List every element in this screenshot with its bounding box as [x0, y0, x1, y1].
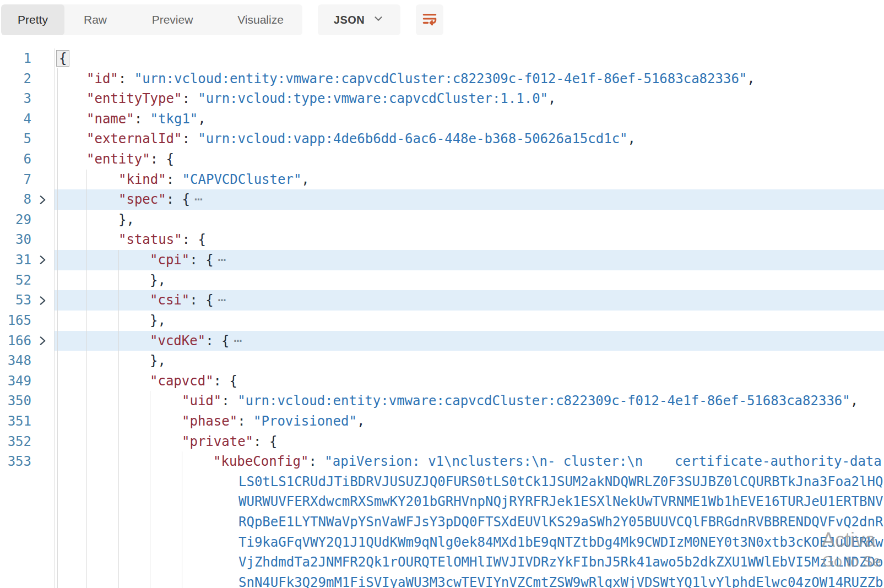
- token-str: LS0tLS1CRUdJTiBDRVJUSUZJQ0FURS0tLS0tCk1J…: [238, 474, 883, 489]
- code-line: RQpBeE1LYTNWaVpYSnVaWFJsY3pDQ0FTSXdEUVlK…: [0, 512, 884, 532]
- wrap-text-button[interactable]: [416, 4, 443, 35]
- token-punc: :: [221, 393, 237, 409]
- fold-spacer: [31, 48, 54, 69]
- code-line-content: "cpi": {⋯: [54, 250, 884, 270]
- token-key: "phase": [182, 413, 237, 429]
- token-punc: ,: [357, 413, 365, 429]
- tab-visualize[interactable]: Visualize: [219, 4, 302, 35]
- token-punc: :: [134, 111, 150, 127]
- token-punc: ,: [198, 111, 205, 127]
- code-line-content: },: [54, 311, 884, 331]
- line-number: 349: [0, 371, 31, 391]
- fold-spacer: [31, 129, 54, 149]
- token-punc: : {: [205, 333, 229, 349]
- fold-chevron-icon[interactable]: [31, 250, 54, 270]
- code-line: 5"externalId": "urn:vcloud:vapp:4de6b6dd…: [0, 129, 884, 149]
- fold-spacer: [31, 170, 54, 190]
- code-line-content: RQpBeE1LYTNWaVpYSnVaWFJsY3pDQ0FTSXdEUVlK…: [54, 512, 884, 532]
- fold-chevron-icon[interactable]: [31, 290, 54, 311]
- fold-spacer: [31, 432, 54, 452]
- code-editor: 1{2"id": "urn:vcloud:entity:vmware:capvc…: [0, 48, 884, 588]
- fold-spacer: [31, 270, 54, 291]
- code-line: WURWUVFERXdwcmRXSmwKY201bGRHVnpNQjRYRFRJ…: [0, 492, 884, 512]
- response-view-tabs: Pretty Raw Preview Visualize: [1, 4, 302, 35]
- fold-chevron-icon[interactable]: [31, 331, 54, 351]
- token-punc: ,: [301, 172, 309, 187]
- token-punc: },: [150, 313, 166, 328]
- tab-raw[interactable]: Raw: [64, 4, 126, 35]
- token-key: "name": [86, 111, 134, 127]
- token-key: "private": [182, 434, 253, 449]
- fold-spacer: [31, 573, 54, 588]
- fold-spacer: [31, 451, 54, 472]
- token-key: "entityType": [86, 91, 182, 106]
- fold-spacer: [31, 552, 54, 573]
- token-punc: :: [118, 71, 134, 86]
- line-number: 352: [0, 432, 31, 452]
- code-line-content: "status": {: [54, 230, 884, 250]
- code-line-content: WURWUVFERXdwcmRXSmwKY201bGRHVnpNQjRYRFRJ…: [54, 492, 884, 512]
- code-line-content: "entityType": "urn:vcloud:type:vmware:ca…: [54, 89, 884, 109]
- code-line-content: "phase": "Provisioned",: [54, 411, 884, 432]
- code-line: 353"kubeConfig": "apiVersion: v1\ncluste…: [0, 451, 884, 472]
- line-number: 2: [0, 69, 31, 89]
- line-number: 348: [0, 351, 31, 371]
- fold-spacer: [31, 532, 54, 553]
- fold-spacer: [31, 391, 54, 411]
- code-line-content: "csi": {⋯: [54, 290, 884, 311]
- token-punc: : {: [214, 373, 237, 389]
- code-line: 53"csi": {⋯: [0, 290, 884, 311]
- fold-spacer: [31, 371, 54, 391]
- line-number: 350: [0, 391, 31, 411]
- fold-spacer: [31, 512, 54, 532]
- tab-preview-label: Preview: [152, 13, 193, 26]
- token-str: "apiVersion: v1\nclusters:\n- cluster:\n…: [324, 454, 884, 469]
- token-key: "kind": [118, 172, 166, 187]
- tab-visualize-label: Visualize: [237, 13, 284, 26]
- code-line-content: "spec": {⋯: [54, 189, 884, 210]
- tab-preview[interactable]: Preview: [126, 4, 219, 35]
- line-number: 31: [0, 250, 31, 270]
- fold-spacer: [31, 109, 54, 129]
- token-key: "cpi": [150, 252, 189, 268]
- tab-pretty[interactable]: Pretty: [1, 4, 64, 35]
- code-line: 30"status": {: [0, 230, 884, 250]
- code-line-content: },: [54, 270, 884, 291]
- code-line-content: },: [54, 351, 884, 371]
- code-line: 31"cpi": {⋯: [0, 250, 884, 270]
- token-b0: {: [56, 50, 69, 67]
- token-key: "id": [86, 71, 118, 86]
- token-punc: ,: [548, 91, 556, 106]
- token-ell: ⋯: [214, 292, 226, 308]
- language-select[interactable]: JSON: [318, 4, 400, 35]
- token-punc: },: [150, 273, 166, 288]
- token-punc: : {: [166, 192, 190, 207]
- code-line: 165},: [0, 311, 884, 331]
- tab-raw-label: Raw: [84, 13, 107, 26]
- fold-spacer: [31, 89, 54, 109]
- code-line: LS0tLS1CRUdJTiBDRVJUSUZJQ0FURS0tLS0tCk1J…: [0, 472, 884, 492]
- code-line: 2"id": "urn:vcloud:entity:vmware:capvcdC…: [0, 69, 884, 89]
- code-line-content: "vcdKe": {⋯: [54, 331, 884, 351]
- line-number: [0, 532, 31, 553]
- line-number: 3: [0, 89, 31, 109]
- code-line: 351"phase": "Provisioned",: [0, 411, 884, 432]
- token-key: "uid": [182, 393, 221, 409]
- code-line-content: "kubeConfig": "apiVersion: v1\nclusters:…: [54, 451, 884, 472]
- token-punc: ,: [850, 393, 858, 409]
- token-str: "urn:vcloud:entity:vmware:capvcdCluster:…: [134, 71, 747, 86]
- line-number: 165: [0, 311, 31, 331]
- token-key: "spec": [118, 192, 166, 207]
- code-line-content: "capvcd": {: [54, 371, 884, 391]
- line-number: 353: [0, 451, 31, 472]
- token-punc: : {: [150, 151, 174, 167]
- token-str: SnN4UFk3Q29mM1FiSVIyaWU3M3cwTEVIYnVZCmtZ…: [238, 575, 883, 588]
- line-number: [0, 472, 31, 492]
- response-viewer: Pretty Raw Preview Visualize JSON: [0, 0, 884, 588]
- code-line-content: SnN4UFk3Q29mM1FiSVIyaWU3M3cwTEVIYnVZCmtZ…: [54, 573, 884, 588]
- code-line: SnN4UFk3Q29mM1FiSVIyaWU3M3cwTEVIYnVZCmtZ…: [0, 573, 884, 588]
- code-line-content: VjZhdmdTa2JNMFR2Qk1rOURQTElOMHlIWVJIVDRz…: [54, 552, 884, 573]
- fold-chevron-icon[interactable]: [31, 189, 54, 210]
- token-key: "externalId": [86, 131, 182, 146]
- token-punc: :: [308, 454, 324, 469]
